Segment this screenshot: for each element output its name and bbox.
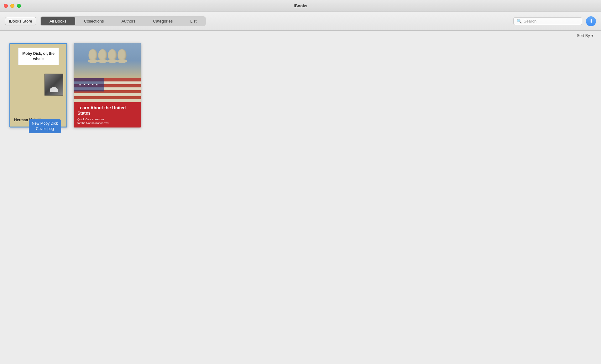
chevron-down-icon: ▾ (591, 33, 593, 38)
titlebar: iBooks (0, 0, 601, 12)
tab-collections[interactable]: Collections (75, 17, 113, 25)
tab-authors[interactable]: Authors (113, 17, 144, 25)
download-icon: ⬇ (589, 19, 593, 24)
tooltip-line2: Cover.jpeg (36, 127, 54, 131)
face-3 (108, 49, 117, 60)
learn-us-subtitle-line2: for the Naturalization Test (77, 122, 109, 125)
close-button[interactable] (4, 4, 8, 8)
rushmore-faces (88, 49, 126, 60)
mount-rushmore-bg: ★ ★ ★ ★ ★ (74, 43, 141, 102)
moby-dick-thumbnail-image (45, 74, 63, 95)
learn-us-title: Learn About the United States (77, 105, 137, 116)
window-title: iBooks (294, 3, 307, 8)
learn-us-subtitle-line1: Quick Civics Lessons (77, 118, 104, 121)
book-cover-moby-dick[interactable]: Moby Dick, or, the whale Herman Melville (9, 43, 67, 127)
flag-overlay: ★ ★ ★ ★ ★ (74, 78, 141, 102)
minimize-button[interactable] (10, 4, 14, 8)
ibooks-store-button[interactable]: iBooks Store (5, 17, 36, 25)
flag-stripe-8 (74, 99, 141, 102)
flag-stripe-7 (74, 96, 141, 99)
search-input[interactable] (524, 19, 574, 23)
learn-us-image: ★ ★ ★ ★ ★ (74, 43, 141, 102)
search-icon: 🔍 (517, 19, 522, 23)
search-box: 🔍 (513, 17, 582, 25)
moby-dick-title: Moby Dick, or, the whale (18, 48, 59, 65)
tooltip-line1: New Moby Dick (32, 121, 58, 126)
flag-stars: ★ ★ ★ ★ ★ (74, 78, 104, 91)
drag-tooltip: New Moby Dick Cover.jpeg (29, 119, 61, 133)
face-4 (118, 49, 126, 60)
tab-group: All Books Collections Authors Categories… (40, 16, 206, 26)
book-item-learn-us[interactable]: ★ ★ ★ ★ ★ Learn About the United States (74, 43, 141, 127)
learn-us-info: Learn About the United States Quick Civi… (74, 102, 141, 127)
face-2 (98, 49, 107, 60)
book-item-moby-dick[interactable]: Moby Dick, or, the whale Herman Melville… (9, 43, 67, 127)
tab-all-books[interactable]: All Books (41, 17, 75, 25)
download-button[interactable]: ⬇ (586, 16, 596, 26)
tab-list[interactable]: List (181, 17, 205, 25)
moby-dick-thumbnail (44, 74, 63, 96)
sort-bar: Sort By ▾ (0, 31, 601, 40)
sort-by-label: Sort By (577, 33, 590, 38)
flag-stripe-6 (74, 93, 141, 96)
book-grid: Moby Dick, or, the whale Herman Melville… (0, 40, 601, 137)
learn-us-subtitle: Quick Civics Lessons for the Naturalizat… (77, 117, 137, 125)
traffic-lights (4, 4, 21, 8)
book-cover-learn-us[interactable]: ★ ★ ★ ★ ★ Learn About the United States (74, 43, 141, 127)
maximize-button[interactable] (17, 4, 21, 8)
toolbar: iBooks Store All Books Collections Autho… (0, 12, 601, 31)
sort-by-button[interactable]: Sort By ▾ (577, 33, 593, 38)
tab-categories[interactable]: Categories (144, 17, 181, 25)
face-1 (88, 49, 97, 60)
